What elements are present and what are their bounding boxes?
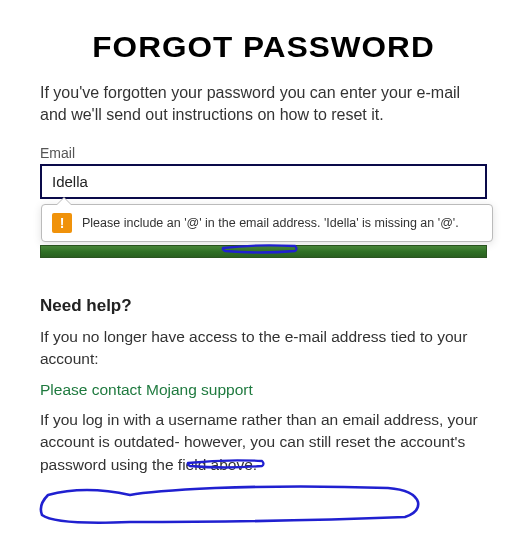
validation-message: Please include an '@' in the email addre… [82,216,459,230]
support-link[interactable]: Please contact Mojang support [40,381,253,399]
email-field[interactable] [40,164,487,199]
help-section: Need help? If you no longer have access … [40,296,487,476]
submit-button-partial[interactable] [40,245,487,258]
warning-icon: ! [52,213,72,233]
email-label: Email [40,145,487,161]
page-title: FORGOT PASSWORD [29,30,498,64]
help-no-access-text: If you no longer have access to the e-ma… [40,326,487,371]
instructions-text: If you've forgotten your password you ca… [40,82,487,127]
email-input-wrap: ! Please include an '@' in the email add… [40,164,487,199]
help-title: Need help? [40,296,487,316]
validation-tooltip: ! Please include an '@' in the email add… [41,204,493,242]
help-outdated-text: If you log in with a username rather tha… [40,409,487,476]
